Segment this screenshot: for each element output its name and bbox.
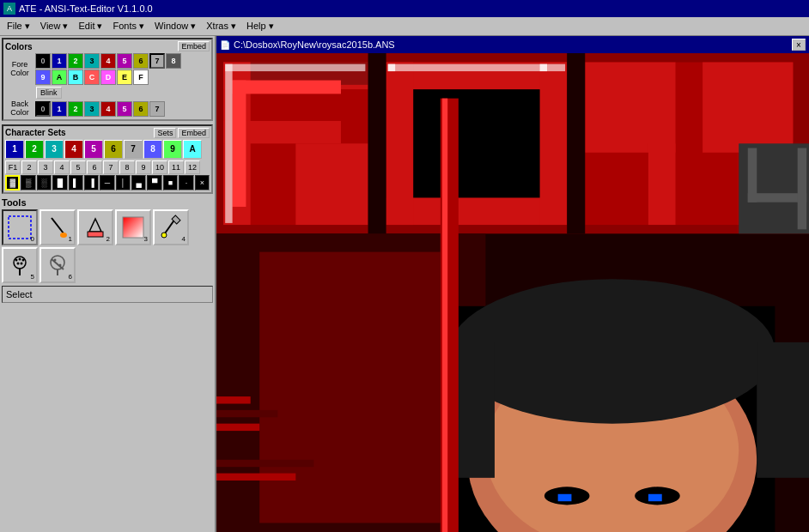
char-btn-1[interactable]: 1 (5, 140, 24, 159)
back-swatch-4[interactable]: 4 (100, 101, 116, 117)
char-num-4[interactable]: 4 (54, 160, 70, 174)
tool-smudge[interactable]: 5 (2, 247, 38, 283)
fore-swatch-5[interactable]: 5 (117, 53, 132, 69)
char-btn-6[interactable]: 6 (104, 140, 123, 159)
canvas-title: C:\Dosbox\RoyNew\roysac2015b.ANS (234, 39, 395, 50)
canvas-close-btn[interactable]: × (792, 39, 806, 51)
fore-swatch-A[interactable]: A (52, 70, 67, 85)
char-sym-5[interactable]: ▐ (84, 175, 99, 190)
canvas-titlebar: 📄 C:\Dosbox\RoyNew\roysac2015b.ANS × (216, 36, 809, 53)
svg-point-10 (15, 258, 18, 261)
tool-erase[interactable]: 6 (40, 247, 76, 283)
tools-section: Tools 0 1 (0, 196, 215, 285)
svg-rect-31 (404, 81, 549, 207)
svg-point-14 (21, 262, 23, 264)
svg-point-2 (60, 233, 67, 238)
fore-swatch-F[interactable]: F (133, 70, 149, 85)
char-num-3[interactable]: 3 (38, 160, 53, 174)
sets-btn[interactable]: Sets (154, 128, 176, 138)
menu-help[interactable]: Help ▾ (241, 19, 279, 33)
fore-swatch-9[interactable]: 9 (35, 70, 51, 85)
char-num-5[interactable]: 5 (70, 160, 86, 174)
tool-select-num: 0 (31, 235, 34, 243)
char-sym-0[interactable]: ▓ (5, 175, 20, 190)
menu-window[interactable]: Window ▾ (149, 19, 201, 33)
char-btn-A[interactable]: A (183, 140, 202, 159)
svg-rect-72 (442, 99, 447, 532)
fore-swatch-D[interactable]: D (100, 70, 116, 85)
tool-gradient[interactable]: 3 (115, 209, 151, 245)
menu-view[interactable]: View ▾ (35, 19, 74, 33)
char-sym-10[interactable]: ■ (163, 175, 178, 190)
char-num-7[interactable]: 7 (103, 160, 119, 174)
char-btn-3[interactable]: 3 (45, 140, 64, 159)
menu-file[interactable]: File ▾ (2, 19, 35, 33)
char-num-9[interactable]: 9 (136, 160, 151, 174)
canvas-area: 📄 C:\Dosbox\RoyNew\roysac2015b.ANS × (216, 36, 809, 532)
blink-button[interactable]: Blink (36, 87, 62, 99)
tool-select[interactable]: 0 (2, 209, 38, 245)
fore-swatch-4[interactable]: 4 (100, 53, 116, 69)
char-sym-7[interactable]: │ (116, 175, 131, 190)
back-swatch-5[interactable]: 5 (117, 101, 132, 117)
svg-rect-50 (798, 148, 807, 230)
back-swatch-6[interactable]: 6 (133, 101, 149, 117)
menu-xtras[interactable]: Xtras ▾ (201, 19, 241, 33)
menu-fonts[interactable]: Fonts ▾ (108, 19, 150, 33)
smudge-tool-icon (7, 252, 33, 278)
char-num-12[interactable]: 12 (185, 160, 200, 174)
char-num-11[interactable]: 11 (168, 160, 184, 174)
fore-swatch-7[interactable]: 7 (149, 53, 165, 69)
char-btn-7[interactable]: 7 (124, 140, 143, 159)
fore-swatch-2[interactable]: 2 (68, 53, 83, 69)
fore-swatch-3[interactable]: 3 (84, 53, 100, 69)
char-btn-5[interactable]: 5 (84, 140, 103, 159)
char-sym-11[interactable]: · (179, 175, 193, 190)
title-bar: A ATE - ANSI-Text-Editor V1.1.0.0 (0, 0, 809, 17)
char-sym-12[interactable]: × (195, 175, 210, 190)
char-sym-2[interactable]: ░ (37, 175, 52, 190)
back-swatch-2[interactable]: 2 (68, 101, 83, 117)
svg-rect-76 (216, 460, 313, 467)
char-num-6[interactable]: 6 (87, 160, 102, 174)
tool-eyedropper[interactable]: 4 (153, 209, 189, 245)
svg-rect-77 (216, 474, 295, 481)
back-swatch-3[interactable]: 3 (84, 101, 100, 117)
menu-edit[interactable]: Edit ▾ (73, 19, 107, 33)
tool-brush[interactable]: 1 (40, 209, 76, 245)
char-sym-6[interactable]: ─ (100, 175, 114, 190)
colors-embed-btn[interactable]: Embed (178, 41, 210, 51)
fore-swatch-8[interactable]: 8 (166, 53, 181, 69)
char-num-2[interactable]: 2 (21, 160, 37, 174)
char-sym-8[interactable]: ▄ (131, 175, 146, 190)
char-btn-4[interactable]: 4 (64, 140, 83, 159)
char-btn-2[interactable]: 2 (25, 140, 44, 159)
fore-swatch-0[interactable]: 0 (35, 53, 51, 69)
char-embed-btn[interactable]: Embed (178, 128, 210, 138)
char-btn-9[interactable]: 9 (163, 140, 182, 159)
back-swatch-1[interactable]: 1 (52, 101, 67, 117)
fore-swatch-6[interactable]: 6 (133, 53, 149, 69)
back-swatch-7[interactable]: 7 (149, 101, 165, 117)
back-swatch-0[interactable]: 0 (35, 101, 51, 117)
char-sym-3[interactable]: █ (52, 175, 67, 190)
tool-fill[interactable]: 2 (77, 209, 113, 245)
back-color-area: BackColor 0 1 2 3 4 5 6 7 (5, 100, 210, 118)
svg-rect-3 (88, 232, 103, 237)
svg-rect-62 (558, 494, 572, 501)
char-num-10[interactable]: 10 (152, 160, 167, 174)
char-btn-8[interactable]: 8 (143, 140, 162, 159)
char-num-F1[interactable]: F1 (5, 160, 21, 174)
fore-swatch-B[interactable]: B (68, 70, 83, 85)
svg-rect-44 (540, 64, 547, 71)
char-sym-1[interactable]: ▒ (21, 175, 35, 190)
fore-swatch-E[interactable]: E (117, 70, 132, 85)
tools-label: Tools (0, 196, 215, 208)
canvas-title-left: 📄 C:\Dosbox\RoyNew\roysac2015b.ANS (220, 39, 395, 50)
char-sym-9[interactable]: ▀ (147, 175, 161, 190)
char-sym-4[interactable]: ▌ (69, 175, 83, 190)
fore-swatch-1[interactable]: 1 (52, 53, 67, 69)
fore-swatch-C[interactable]: C (84, 70, 100, 85)
svg-point-13 (17, 262, 20, 264)
char-num-8[interactable]: 8 (119, 160, 135, 174)
